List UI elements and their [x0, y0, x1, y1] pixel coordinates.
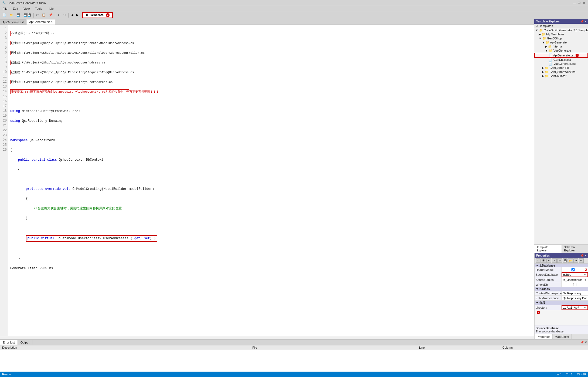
props-val-entitynamespace[interactable]: [562, 296, 588, 300]
menu-help[interactable]: Help: [46, 7, 55, 11]
contextnamespace-input[interactable]: [563, 292, 587, 295]
cut-button[interactable]: ✂: [35, 12, 40, 18]
props-row-entitynamespace: EntityNamespace: [535, 296, 588, 301]
app-icon: 🔧: [2, 1, 6, 5]
panel-tab-schema-explorer[interactable]: Schema Explorer: [562, 245, 588, 253]
menu-bar: File Edit View Tools Help: [0, 6, 588, 11]
sourcedatabase-input[interactable]: [563, 273, 582, 276]
tree-item-samples[interactable]: ▼ 📁 CodeSmith Generator 7.1 Samples: [534, 28, 588, 32]
props-panel-tabs: Properties Map Editor: [535, 334, 588, 339]
props-val-wholedb[interactable]: [562, 282, 588, 287]
menu-view[interactable]: View: [22, 7, 32, 11]
bottom-tab-error-list[interactable]: Error List: [0, 340, 18, 345]
sep3: [68, 13, 69, 18]
nav-fwd[interactable]: ▶: [75, 12, 80, 18]
props-val-sourcetables[interactable]: ▼: [562, 277, 588, 282]
headermodel-checkbox[interactable]: [563, 268, 583, 271]
props-delete[interactable]: ✕: [552, 258, 557, 263]
undo-button[interactable]: ↩: [56, 12, 62, 18]
directory-input[interactable]: [563, 306, 582, 309]
bottom-close-button[interactable]: ✕: [585, 341, 587, 344]
save-all-button[interactable]: 💾💾: [22, 12, 32, 18]
props-save[interactable]: 💾: [563, 258, 567, 263]
tab-0[interactable]: ApiGenerate.cst: [0, 19, 26, 25]
templates-label-row: 🗂 Templates: [534, 24, 588, 28]
menu-file[interactable]: File: [1, 7, 9, 11]
status-ready: Ready: [2, 373, 11, 376]
panel-close-button[interactable]: ✕: [584, 20, 586, 23]
tree-item-mytemplates[interactable]: ▶ 📁 My Templates: [534, 32, 588, 36]
bottom-tab-output[interactable]: Output: [18, 340, 32, 345]
entitynamespace-input[interactable]: [563, 297, 587, 300]
tree-item-vuegenerate[interactable]: ▼ 📁 VueGenerate: [534, 49, 588, 53]
redo-button[interactable]: ↪: [62, 12, 67, 18]
props-val-directory[interactable]: ▼: [562, 305, 588, 310]
props-redo[interactable]: ↪: [579, 258, 584, 263]
status-of: Of 418: [577, 373, 586, 376]
props-section-misc[interactable]: ▼ 杂项: [535, 301, 588, 305]
folder-icon: 📁: [542, 33, 545, 36]
menu-edit[interactable]: Edit: [11, 7, 20, 11]
props-close-button[interactable]: ✕: [584, 254, 586, 257]
bottom-pin-button[interactable]: 📌: [580, 341, 584, 344]
section-label: 1.Database: [539, 264, 555, 267]
sourcedatabase-dropdown[interactable]: ▼: [583, 273, 586, 276]
file-icon: 📄: [548, 58, 552, 61]
sourcetables-input[interactable]: [563, 278, 582, 281]
bottom-panel: Error List Output 📌 ✕ Description File L…: [0, 339, 588, 372]
status-bar: Ready Ln 8 Col 1 Of 418: [0, 372, 588, 377]
template-explorer-title: Template Explorer: [536, 20, 560, 23]
tab-1-close[interactable]: ✕: [51, 21, 53, 23]
tree-item-genqshop-pri[interactable]: ▶ 📁 GenQShop-Pri: [534, 66, 588, 70]
props-row-sourcedatabase: SourceDatabase ▼: [535, 272, 588, 277]
code-editor[interactable]: 1234567 891011121314 15161718192021 2223…: [0, 25, 534, 336]
tab-1[interactable]: ApiGenerate.txt ✕: [27, 19, 55, 25]
tree-item-apigenerate-cst[interactable]: 📄 ApiGenerate.cst 1: [534, 53, 588, 58]
directory-dropdown[interactable]: ▼: [583, 306, 586, 309]
tree-item-genqshop[interactable]: ▼ 📁 GenQShop: [534, 36, 588, 41]
paste-button[interactable]: 📌: [47, 12, 54, 18]
wholedb-checkbox[interactable]: [563, 283, 587, 286]
close-button[interactable]: ✕: [582, 1, 586, 5]
template-explorer-panel: Template Explorer 📌 ✕ 🗂 Templates ▼ 📁 Co…: [534, 19, 588, 253]
save-button[interactable]: 💾: [15, 12, 22, 18]
props-section-class[interactable]: ▼ 2.Class: [535, 287, 588, 291]
panel-tab-template-explorer[interactable]: Template Explorer: [534, 245, 562, 253]
main-area: ApiGenerate.cst ApiGenerate.txt ✕ 123456…: [0, 19, 588, 339]
props-sort-category[interactable]: ☰: [541, 258, 546, 263]
new-button[interactable]: 📄: [1, 12, 8, 18]
nav-back[interactable]: ◀: [70, 12, 74, 18]
props-val-headermodel[interactable]: 2: [562, 267, 588, 272]
props-sort-alpha[interactable]: A↓: [536, 258, 541, 263]
props-refresh[interactable]: ↻: [557, 258, 562, 263]
open-button[interactable]: 📂: [8, 12, 15, 18]
horizontal-scrollbar[interactable]: [0, 336, 534, 339]
tree-item-internal[interactable]: ▶ 📁 Internal: [534, 45, 588, 49]
props-tab-properties[interactable]: Properties: [535, 334, 553, 339]
props-val-sourcedatabase[interactable]: ▼: [562, 272, 588, 277]
tree-item-gensoulstar[interactable]: ▶ 📁 GenSoulStar: [534, 74, 588, 78]
tree-item-genqshopwebsite[interactable]: ▶ 📁 GenQShopWebSite: [534, 70, 588, 74]
panel-pin-button[interactable]: 📌: [580, 20, 584, 23]
restore-button[interactable]: ❐: [577, 1, 581, 5]
tree-label: GenQShopWebSite: [549, 70, 575, 73]
minimize-button[interactable]: —: [572, 1, 576, 5]
props-val-contextnamespace[interactable]: [562, 291, 588, 295]
title-bar: 🔧 CodeSmith Generator Studio — ❐ ✕: [0, 0, 588, 6]
tree-item-vuegenerate-cst[interactable]: 📄 VueGenerate.cst: [534, 62, 588, 66]
props-tab-map-editor[interactable]: Map Editor: [553, 334, 572, 339]
tree-area[interactable]: ▼ 📁 CodeSmith Generator 7.1 Samples ▶ 📁 …: [534, 28, 588, 244]
directory-badge: 3: [537, 311, 540, 314]
copy-button[interactable]: 📋: [40, 12, 47, 18]
sourcetables-dropdown[interactable]: ▼: [584, 278, 587, 281]
props-load[interactable]: 📂: [568, 258, 573, 263]
props-section-database[interactable]: ▼ 1.Database: [535, 264, 588, 267]
props-new[interactable]: +: [546, 258, 551, 263]
generate-button[interactable]: ⚙ Generate 4: [82, 12, 113, 18]
props-undo[interactable]: ↩: [573, 258, 578, 263]
bottom-columns-header: Description File Line Column: [0, 345, 588, 350]
props-pin-button[interactable]: 📌: [580, 254, 584, 257]
tree-item-apigenerate[interactable]: ▼ 📁 ApiGenerate: [534, 41, 588, 45]
menu-tools[interactable]: Tools: [33, 7, 44, 11]
tree-item-genentity-cst[interactable]: 📄 GenEntity.cst: [534, 58, 588, 62]
